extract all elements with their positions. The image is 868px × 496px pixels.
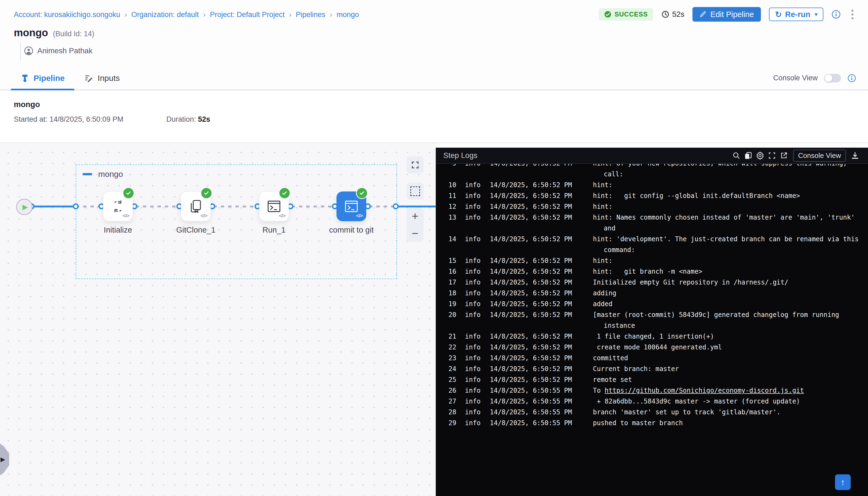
log-timestamp: 14/8/2025, 6:50:52 PM [490, 201, 579, 212]
log-row: 13info14/8/2025, 6:50:52 PMhint: Names c… [436, 212, 868, 223]
step-gitclone_1[interactable]: </>GitClone_1 [181, 191, 211, 221]
open-external-icon[interactable] [778, 150, 790, 161]
log-level: info [465, 331, 481, 342]
log-level: info [465, 180, 481, 190]
breadcrumb-item[interactable]: mongo [337, 11, 359, 19]
breadcrumb-item[interactable]: Organization: default [131, 11, 199, 19]
author-row: Animesh Pathak [24, 47, 93, 55]
log-level: info [465, 190, 481, 201]
log-line-number: 27 [447, 396, 456, 407]
breadcrumb-item[interactable]: Account: kurosakiichigo.songoku [14, 11, 120, 19]
git-clone-icon [188, 199, 204, 214]
stage-duration: Duration: 52s [166, 115, 210, 124]
refresh-icon: ↻ [775, 10, 782, 19]
log-message: + 82a6dbb...5843d9c master -> master (fo… [593, 396, 800, 407]
log-repo-link[interactable]: https://github.com/Sonichigo/economy-dis… [605, 387, 804, 394]
canvas-fullscreen-button[interactable] [406, 156, 423, 173]
tab-pipeline[interactable]: Pipeline [11, 66, 74, 90]
more-menu-icon[interactable] [849, 9, 856, 20]
breadcrumb-item[interactable]: Project: Default Project [210, 11, 284, 19]
step-initialize[interactable]: </>Initialize [103, 191, 133, 221]
tab-bar: Pipeline Inputs Console View [0, 66, 868, 90]
console-view-button[interactable]: Console View [793, 150, 846, 162]
log-row: 29info14/8/2025, 6:50:55 PMpushed to mas… [436, 418, 868, 429]
step-success-icon [356, 187, 368, 199]
download-logs-icon[interactable] [849, 150, 861, 161]
chevron-down-icon: ▾ [815, 11, 818, 18]
breadcrumb: Account: kurosakiichigo.songoku›Organiza… [14, 10, 359, 19]
stage-collapse-control[interactable]: mongo [82, 170, 123, 179]
search-icon[interactable] [730, 150, 742, 161]
log-message: Current branch: master [593, 363, 679, 374]
log-row: 19info14/8/2025, 6:50:52 PMadded [436, 298, 868, 309]
stage-boundary [76, 165, 397, 279]
tab-inputs[interactable]: Inputs [74, 66, 129, 90]
log-message: remote set [593, 374, 632, 385]
log-level: info [465, 298, 481, 309]
log-row: 21info14/8/2025, 6:50:52 PM 1 file chang… [436, 331, 868, 342]
console-view-toggle[interactable] [824, 74, 841, 82]
log-message: create mode 100644 generated.yml [593, 342, 722, 353]
pipeline-start-node[interactable]: ▶ [16, 199, 32, 215]
log-line-number: 29 [447, 418, 456, 429]
terminal-icon [266, 199, 282, 214]
connector-node-dot [73, 203, 79, 209]
connector-line [136, 205, 179, 207]
step-run_1[interactable]: </>Run_1 [259, 191, 289, 221]
zoom-in-button[interactable]: + [406, 208, 423, 225]
log-level: info [465, 363, 481, 374]
scroll-to-top-button[interactable]: ↑ [835, 474, 851, 490]
log-timestamp: 14/8/2025, 6:50:52 PM [490, 212, 579, 223]
pipeline-canvas[interactable]: mongo ▶ </>Initialize</>GitClone_1</>Run… [0, 143, 436, 496]
log-row: 11info14/8/2025, 6:50:52 PMhint: git con… [436, 190, 868, 201]
log-message: hint: Names commonly chosen instead of '… [593, 212, 855, 223]
breadcrumb-item[interactable]: Pipelines [296, 11, 326, 19]
inputs-form-icon [84, 74, 93, 83]
step-commit-to-git[interactable]: </>commit to git [337, 191, 366, 221]
sync-icon [110, 199, 126, 214]
console-view-info-icon[interactable] [848, 74, 856, 82]
copy-logs-icon[interactable] [742, 150, 754, 161]
log-line-number: 12 [447, 201, 456, 212]
zoom-out-button[interactable]: − [406, 225, 423, 242]
info-icon[interactable] [832, 10, 841, 19]
log-message: call: [604, 169, 623, 180]
log-line-number: 28 [447, 407, 456, 418]
status-badge: SUCCESS [599, 8, 653, 20]
log-level: info [465, 418, 481, 429]
stage-name: mongo [14, 100, 40, 109]
log-settings-gear-icon[interactable] [754, 150, 766, 161]
log-output[interactable]: 9info14/8/2025, 6:50:52 PMhint: of your … [436, 164, 868, 496]
log-line-number: 19 [447, 298, 456, 309]
log-line-number: 13 [447, 212, 456, 223]
rerun-button[interactable]: ↻ Re-run ▾ [769, 7, 823, 21]
log-message: committed [593, 353, 628, 363]
log-message: 1 file changed, 1 insertion(+) [593, 331, 714, 342]
success-check-icon [604, 11, 611, 18]
left-drawer-handle[interactable]: ▶ [0, 444, 9, 476]
log-message: hint: 'development'. The just-created br… [593, 234, 859, 245]
log-row: 24info14/8/2025, 6:50:52 PMCurrent branc… [436, 363, 868, 374]
header-actions: SUCCESS 52s Edit Pipeline ↻ Re-run ▾ [599, 7, 856, 22]
edit-pipeline-button[interactable]: Edit Pipeline [693, 7, 761, 22]
log-fullscreen-icon[interactable] [766, 150, 778, 161]
log-line-number: 23 [447, 353, 456, 363]
canvas-marquee-select-button[interactable] [406, 183, 423, 200]
connector-line [76, 205, 102, 207]
build-title-row: mongo (Build Id: 14) [14, 27, 94, 39]
log-message: and [604, 223, 615, 234]
log-timestamp: 14/8/2025, 6:50:52 PM [490, 180, 579, 190]
log-row: 28info14/8/2025, 6:50:55 PMbranch 'maste… [436, 407, 868, 418]
log-timestamp: 14/8/2025, 6:50:52 PM [490, 190, 579, 201]
step-logs-header: Step Logs Console View [436, 148, 868, 164]
log-timestamp: 14/8/2025, 6:50:52 PM [490, 266, 579, 277]
log-level: info [465, 266, 481, 277]
step-logs-panel: Step Logs Console View [436, 143, 868, 496]
log-row: 14info14/8/2025, 6:50:52 PMhint: 'develo… [436, 234, 868, 245]
duration-indicator: 52s [661, 10, 684, 19]
log-level: info [465, 212, 481, 223]
log-timestamp: 14/8/2025, 6:50:52 PM [490, 363, 579, 374]
log-row: 12info14/8/2025, 6:50:52 PMhint: [436, 201, 868, 212]
console-view-label: Console View [773, 74, 818, 82]
log-level: info [465, 255, 481, 266]
